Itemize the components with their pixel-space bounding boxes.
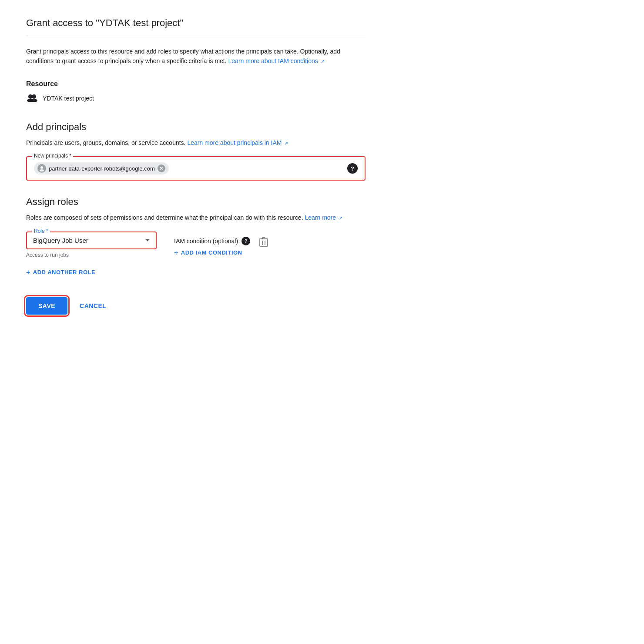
iam-condition-wrapper: IAM condition (optional) ? + ADD IAM CON… (174, 235, 268, 257)
iam-condition-help-icon[interactable]: ? (242, 237, 250, 245)
resource-section-title: Resource (26, 80, 366, 88)
principals-help-icon[interactable]: ? (347, 163, 358, 174)
roles-learn-more-link[interactable]: Learn more ↗ (305, 214, 342, 221)
add-iam-condition-button[interactable]: + ADD IAM CONDITION (174, 249, 250, 257)
principals-link[interactable]: Learn more about principals in IAM ↗ (187, 139, 288, 146)
role-value: BigQuery Job User (33, 237, 88, 244)
add-principals-title: Add principals (26, 121, 366, 133)
external-link-icon-3: ↗ (339, 215, 342, 221)
iam-conditions-link[interactable]: Learn more about IAM conditions ↗ (228, 57, 325, 64)
plus-icon: + (174, 249, 178, 257)
resource-section: Resource YDTAK test project (26, 80, 366, 104)
external-link-icon-2: ↗ (284, 141, 288, 146)
resource-name: YDTAK test project (43, 95, 94, 102)
assign-roles-title: Assign roles (26, 196, 366, 208)
principal-chip[interactable]: partner-data-exporter-robots@google.com … (34, 162, 169, 174)
action-buttons: SAVE CANCEL (26, 297, 366, 315)
add-principals-section: Add principals Principals are users, gro… (26, 121, 366, 181)
add-another-role-plus: + (26, 268, 30, 276)
chip-close-button[interactable]: ✕ (158, 164, 165, 172)
role-description: Access to run jobs (26, 252, 157, 258)
role-select-inner[interactable]: BigQuery Job User (33, 237, 150, 244)
role-field-label: Role * (32, 228, 50, 234)
svg-rect-6 (260, 239, 268, 246)
role-selector[interactable]: Role * BigQuery Job User (26, 231, 157, 249)
role-selector-wrapper: Role * BigQuery Job User Access to run j… (26, 231, 157, 258)
resource-icon (26, 93, 38, 104)
principals-input-inner: partner-data-exporter-robots@google.com … (34, 162, 347, 174)
iam-condition-label: IAM condition (optional) (174, 238, 238, 245)
svg-point-4 (40, 166, 43, 169)
main-description: Grant principals access to this resource… (26, 47, 366, 66)
cancel-button[interactable]: CANCEL (71, 297, 115, 315)
svg-point-1 (32, 94, 36, 99)
resource-item: YDTAK test project (26, 93, 366, 104)
save-button[interactable]: SAVE (26, 297, 67, 315)
principals-description: Principals are users, groups, domains, o… (26, 138, 366, 148)
iam-condition-section: IAM condition (optional) ? + ADD IAM CON… (174, 237, 250, 257)
svg-point-5 (40, 169, 44, 171)
roles-description: Roles are composed of sets of permission… (26, 213, 366, 222)
assign-roles-section: Assign roles Roles are composed of sets … (26, 196, 366, 279)
principals-field-label: New principals * (32, 153, 73, 159)
external-link-icon: ↗ (321, 59, 325, 64)
role-row: Role * BigQuery Job User Access to run j… (26, 231, 366, 258)
delete-role-icon[interactable] (259, 237, 268, 249)
page-title: Grant access to "YDTAK test project" (26, 17, 366, 36)
chip-avatar (37, 164, 46, 173)
add-another-role-button[interactable]: + ADD ANOTHER ROLE (26, 265, 95, 280)
iam-condition-header: IAM condition (optional) ? (174, 237, 250, 245)
chip-label: partner-data-exporter-robots@google.com (49, 165, 155, 172)
new-principals-field[interactable]: New principals * partner-data-exporter-r… (26, 156, 366, 181)
dropdown-arrow-icon (145, 239, 150, 242)
